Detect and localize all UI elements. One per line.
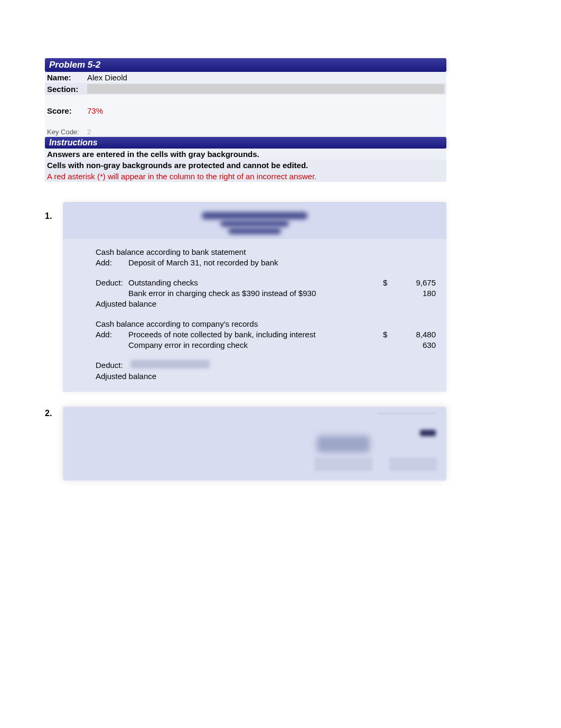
problem-2-number: 2.	[45, 407, 63, 481]
blurred-text	[317, 436, 370, 453]
problem-1-body: Cash balance according to bank statement…	[63, 202, 446, 392]
deduct-bank-error-row: Bank error in charging check as $390 ins…	[73, 288, 436, 298]
blur-value	[420, 430, 436, 436]
instruction-line-1: Answers are entered in the cells with gr…	[45, 149, 446, 160]
blurred-heading	[63, 202, 446, 239]
adjusted-balance-1-row: Adjusted balance	[73, 298, 436, 309]
keycode-label: Key Code:	[47, 128, 87, 136]
instruction-line-3: A red asterisk (*) will appear in the co…	[45, 171, 446, 182]
currency-symbol: $	[383, 330, 399, 339]
name-label: Name:	[47, 73, 87, 82]
reconciliation-content: Cash balance according to bank statement…	[63, 239, 446, 392]
blurred-column	[378, 413, 436, 441]
amount-value: 180	[399, 289, 436, 298]
deduct-label: Deduct:	[73, 361, 128, 370]
problem-2: 2.	[45, 407, 446, 481]
instruction-line-2: Cells with non-gray backgrounds are prot…	[45, 160, 446, 171]
spacer	[45, 95, 446, 105]
add-deposit-row: Add: Deposit of March 31, not recorded b…	[73, 257, 436, 268]
section-input[interactable]	[87, 84, 444, 94]
blur-line	[228, 228, 281, 234]
deduct-blurred-row: Deduct:	[73, 360, 436, 371]
amount-value: 9,675	[399, 278, 436, 287]
amount-value: 630	[399, 340, 436, 349]
problem-1: 1. Cash balance according to bank statem…	[45, 202, 446, 392]
score-row: Score: 73%	[45, 105, 446, 116]
instructions-title: Instructions	[49, 138, 98, 147]
blurred-box	[389, 457, 437, 471]
section-row: Section:	[45, 83, 446, 95]
add-desc: Proceeds of note collected by bank, incl…	[128, 330, 383, 339]
blur-line	[202, 212, 307, 219]
deduct-desc: Bank error in charging check as $390 ins…	[128, 289, 383, 298]
score-label: Score:	[47, 106, 87, 115]
instructions-bar: Instructions	[45, 137, 446, 149]
section-label: Section:	[47, 85, 87, 94]
deduct-input[interactable]	[128, 360, 371, 370]
add-label: Add:	[73, 330, 128, 339]
add-proceeds-row: Add: Proceeds of note collected by bank,…	[73, 329, 436, 339]
add-desc: Deposit of March 31, not recorded by ban…	[128, 258, 383, 267]
deduct-label: Deduct:	[73, 278, 128, 287]
problem-2-body	[63, 407, 446, 481]
add-label: Add:	[73, 258, 128, 267]
adjusted-balance-label: Adjusted balance	[73, 372, 383, 381]
name-row: Name: Alex Dieold	[45, 72, 446, 83]
problem-title-bar: Problem 5-2	[45, 58, 446, 72]
problem-1-number: 1.	[45, 202, 63, 392]
problem-title: Problem 5-2	[49, 60, 100, 70]
keycode-value: 2	[87, 128, 444, 136]
add-desc: Company error in recording check	[128, 340, 383, 349]
name-value: Alex Dieold	[87, 73, 444, 82]
deduct-outstanding-row: Deduct: Outstanding checks $ 9,675	[73, 277, 436, 288]
keycode-row: Key Code: 2	[45, 127, 446, 137]
company-balance-label: Cash balance according to company's reco…	[73, 319, 383, 328]
score-value: 73%	[87, 106, 444, 115]
spacer	[45, 116, 446, 127]
adjusted-balance-label: Adjusted balance	[73, 299, 383, 308]
bank-balance-row: Cash balance according to bank statement	[73, 246, 436, 257]
add-company-error-row: Company error in recording check 630	[73, 339, 436, 350]
company-balance-row: Cash balance according to company's reco…	[73, 318, 436, 329]
blur-line	[378, 413, 436, 414]
amount-value: 8,480	[399, 330, 436, 339]
blur-line	[220, 220, 289, 227]
deduct-desc: Outstanding checks	[128, 278, 383, 287]
bank-balance-label: Cash balance according to bank statement	[73, 247, 383, 256]
blurred-text	[130, 360, 210, 368]
currency-symbol: $	[383, 278, 399, 287]
blurred-box	[314, 457, 372, 471]
adjusted-balance-2-row: Adjusted balance	[73, 371, 436, 381]
